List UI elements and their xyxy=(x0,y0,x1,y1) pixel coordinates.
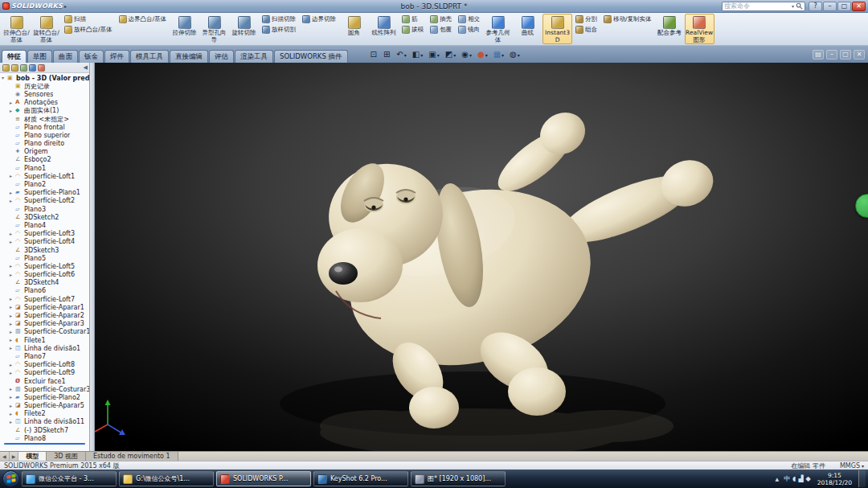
doc-workspace-icon[interactable]: ▤ xyxy=(813,50,824,59)
feature-tree-item[interactable]: Superfície-Loft9 xyxy=(0,369,89,377)
fillet-icon[interactable]: 圆角 xyxy=(339,14,369,44)
feature-tree-item[interactable]: Plano2 xyxy=(0,180,89,188)
displaymanager-tab[interactable] xyxy=(38,64,45,72)
rib-icon[interactable]: 筋 xyxy=(399,14,427,24)
viewport-canvas[interactable] xyxy=(95,63,868,451)
configurationmanager-tab[interactable] xyxy=(20,64,27,72)
command-tab[interactable]: 评估 xyxy=(209,50,234,63)
feature-tree-item[interactable]: 曲面实体(1) xyxy=(0,107,89,115)
feature-tree-item[interactable]: Superfície-Costurar1 xyxy=(0,328,89,336)
feature-tree-item[interactable]: Superfície-Loft1 xyxy=(0,172,89,180)
rollback-bar[interactable] xyxy=(4,443,85,445)
model-tab[interactable]: 模型 xyxy=(18,452,47,461)
expand-arrow-icon[interactable] xyxy=(10,338,15,342)
tab-scroll-left-icon[interactable]: ◀ xyxy=(0,452,10,461)
hole-wizard-icon[interactable]: 异型孔向导 xyxy=(199,14,229,44)
dropdown-caret-icon[interactable] xyxy=(485,51,488,59)
section-view-icon[interactable]: ◧ xyxy=(411,51,424,59)
feature-tree-item[interactable]: Plano frontal xyxy=(0,123,89,131)
taskbar-button[interactable]: KeyShot 6.2 Pro... xyxy=(313,471,408,486)
feature-tree-item[interactable]: (-) 3DSketch7 xyxy=(0,426,89,434)
feature-tree-item[interactable]: 历史记录 xyxy=(0,82,89,90)
revolved-cut-icon[interactable]: 旋转切除 xyxy=(229,14,259,44)
tray-network-icon[interactable]: ▟ xyxy=(798,476,803,482)
start-button[interactable] xyxy=(2,470,19,487)
expand-arrow-icon[interactable] xyxy=(10,273,15,277)
swept-boss-icon[interactable]: 扫描 xyxy=(61,14,116,24)
maximize-button[interactable]: ▢ xyxy=(837,2,851,11)
tray-ime-icon[interactable]: 中 xyxy=(784,476,790,482)
model-tab[interactable]: Estudo de movimento 1 xyxy=(86,452,178,461)
expand-arrow-icon[interactable] xyxy=(10,100,15,105)
graphics-viewport[interactable] xyxy=(95,63,868,451)
view-orientation-icon[interactable]: ▣ xyxy=(428,51,440,59)
linear-pattern-icon[interactable]: 线性阵列 xyxy=(369,14,399,44)
dropdown-caret-icon[interactable] xyxy=(437,51,440,59)
collapse-arrow-icon[interactable] xyxy=(2,76,7,80)
solidworks-logo[interactable]: SOLIDWORKS ▸ xyxy=(2,0,67,12)
feature-tree-root[interactable]: bob - 3D (Valor predeter xyxy=(0,74,89,82)
view-settings-icon[interactable]: ◍ xyxy=(509,51,521,59)
minimize-button[interactable]: – xyxy=(823,2,837,11)
feature-tree-item[interactable]: Plano8 xyxy=(0,434,89,442)
feature-tree-item[interactable]: Origem xyxy=(0,148,89,156)
feature-tree-item[interactable]: Superfície-Loft4 xyxy=(0,238,89,246)
feature-tree-item[interactable]: Superfície-Loft5 xyxy=(0,262,89,270)
mirror-icon[interactable]: 镜向 xyxy=(455,24,483,35)
command-tab[interactable]: 直接编辑 xyxy=(170,50,208,63)
shell-icon[interactable]: 抽壳 xyxy=(427,14,455,24)
previous-view-icon[interactable]: ↶ xyxy=(395,51,407,59)
instant3d-icon[interactable]: Instant3D xyxy=(542,14,572,44)
boundary-boss-icon[interactable]: 边界凸台/基体 xyxy=(116,14,170,24)
tray-expand-icon[interactable]: ▲ xyxy=(774,476,781,482)
dimxpertmanager-tab[interactable] xyxy=(29,64,36,72)
feature-tree-item[interactable]: 3DSketch2 xyxy=(0,213,89,221)
expand-arrow-icon[interactable] xyxy=(10,412,15,416)
feature-tree-item[interactable]: Plano6 xyxy=(0,287,89,295)
command-tab[interactable]: 渲染工具 xyxy=(235,50,273,63)
feature-tree-item[interactable]: Excluir face1 xyxy=(0,377,89,385)
revolve-boss-icon[interactable]: 旋转凸台/基体 xyxy=(31,14,61,44)
tray-antivirus-icon[interactable]: ◆ xyxy=(806,476,811,482)
dropdown-caret-icon[interactable] xyxy=(469,51,472,59)
command-tab[interactable]: 特征 xyxy=(2,50,27,63)
expand-arrow-icon[interactable] xyxy=(10,371,15,375)
featuremanager-tree-tab[interactable] xyxy=(2,64,10,72)
feature-tree-item[interactable]: Superfície-Aparar3 xyxy=(0,320,89,328)
feature-tree-item[interactable]: Superfície-Loft7 xyxy=(0,295,89,303)
feature-tree-item[interactable]: Esboço2 xyxy=(0,156,89,164)
command-search[interactable]: ▾ xyxy=(722,2,805,11)
feature-tree-item[interactable]: Plano4 xyxy=(0,221,89,229)
expand-arrow-icon[interactable] xyxy=(10,395,15,400)
propertymanager-tab[interactable] xyxy=(11,64,18,72)
feature-tree-item[interactable]: Superfície-Aparar2 xyxy=(0,311,89,319)
dropdown-caret-icon[interactable] xyxy=(453,51,456,59)
expand-arrow-icon[interactable] xyxy=(10,387,15,392)
doc-minimize-button[interactable]: – xyxy=(826,50,837,59)
feature-tree-item[interactable]: Plano5 xyxy=(0,254,89,262)
command-tab[interactable]: 模具工具 xyxy=(130,50,169,63)
feature-tree-item[interactable]: Anotações xyxy=(0,99,89,107)
model-tab[interactable]: 3D 视图 xyxy=(47,452,86,461)
loft-boss-icon[interactable]: 放样凸台/基体 xyxy=(61,24,116,35)
feature-tree-item[interactable]: Sensores xyxy=(0,90,89,98)
intersect-icon[interactable]: 相交 xyxy=(455,14,483,24)
curves-icon[interactable]: 曲线 xyxy=(513,14,542,44)
expand-arrow-icon[interactable] xyxy=(10,109,15,113)
taskbar-button[interactable]: SOLIDWORKS P... xyxy=(216,471,311,486)
feature-tree-item[interactable]: Filete1 xyxy=(0,336,89,344)
combine-icon[interactable]: 组合 xyxy=(572,24,600,35)
feature-tree-item[interactable]: Plano direito xyxy=(0,140,89,148)
expand-arrow-icon[interactable] xyxy=(10,363,15,367)
command-tab[interactable]: SOLIDWORKS 插件 xyxy=(274,50,348,63)
dropdown-caret-icon[interactable] xyxy=(420,51,423,59)
dropdown-caret-icon[interactable] xyxy=(502,51,504,59)
feature-tree-item[interactable]: 3DSketch3 xyxy=(0,246,89,254)
taskbar-button[interactable]: G:\微信公众号\1... xyxy=(119,471,214,486)
move-copy-body-icon[interactable]: 移动/复制实体 xyxy=(600,14,655,24)
feature-tree-item[interactable]: Plano7 xyxy=(0,352,89,360)
feature-tree-item[interactable]: Linha de divisão11 xyxy=(0,418,89,426)
command-tab[interactable]: 曲面 xyxy=(53,50,78,63)
units-selector[interactable]: MMGS ▾ xyxy=(840,462,864,470)
feature-tree-item[interactable]: Plano3 xyxy=(0,205,89,213)
